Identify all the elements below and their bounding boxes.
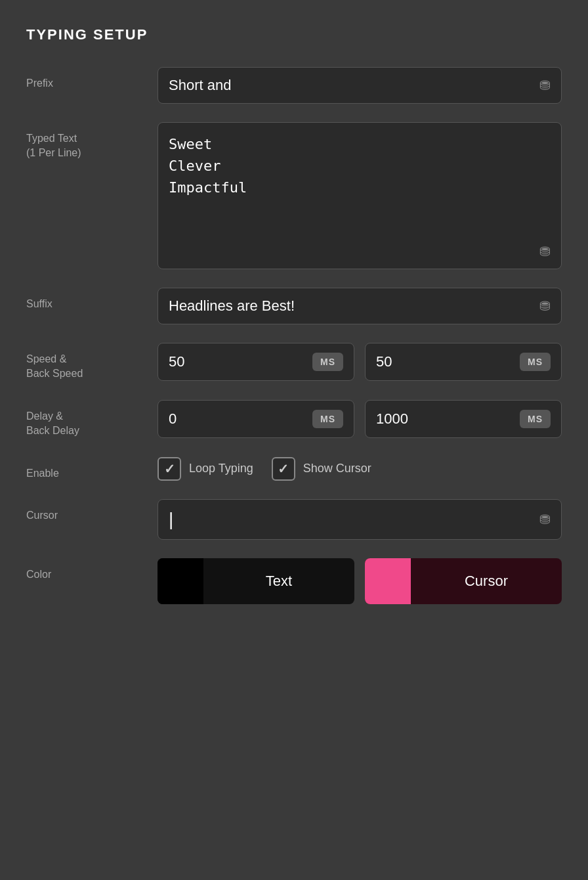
speed-row: Speed & Back Speed MS MS bbox=[26, 343, 562, 382]
show-cursor-label: Show Cursor bbox=[303, 462, 371, 475]
typed-text-wrapper[interactable]: Sweet Clever Impactful ⛃ bbox=[158, 122, 562, 269]
suffix-row: Suffix ⛃ bbox=[26, 288, 562, 324]
suffix-input-wrapper[interactable]: ⛃ bbox=[158, 288, 562, 324]
cursor-row: Cursor ⛃ bbox=[26, 499, 562, 540]
show-cursor-checkbox[interactable]: ✓ bbox=[272, 457, 295, 481]
prefix-label: Prefix bbox=[26, 67, 158, 91]
back-speed-input[interactable] bbox=[376, 353, 429, 370]
delay-inputs: MS MS bbox=[158, 400, 562, 438]
speed-label: Speed & Back Speed bbox=[26, 343, 158, 382]
cursor-scroll-icon: ⛃ bbox=[539, 512, 551, 527]
cursor-input-wrapper[interactable]: ⛃ bbox=[158, 499, 562, 540]
page-title: TYPING SETUP bbox=[26, 26, 562, 43]
suffix-control: ⛃ bbox=[158, 288, 562, 324]
speed-inputs: MS MS bbox=[158, 343, 562, 381]
cursor-control: ⛃ bbox=[158, 499, 562, 540]
speed-control: MS MS bbox=[158, 343, 562, 381]
back-delay-input[interactable] bbox=[376, 410, 429, 428]
suffix-input[interactable] bbox=[169, 297, 539, 315]
suffix-scroll-icon: ⛃ bbox=[539, 298, 551, 314]
suffix-label: Suffix bbox=[26, 288, 158, 311]
delay-input-wrapper[interactable]: MS bbox=[158, 400, 354, 438]
delay-ms-badge: MS bbox=[312, 410, 343, 428]
typed-text-input[interactable]: Sweet Clever Impactful bbox=[169, 133, 551, 238]
back-speed-ms-badge: MS bbox=[520, 353, 551, 371]
prefix-row: Prefix ⛃ bbox=[26, 67, 562, 104]
speed-input-wrapper[interactable]: MS bbox=[158, 343, 354, 381]
prefix-input[interactable] bbox=[169, 77, 539, 94]
cursor-color-label: Cursor bbox=[411, 573, 562, 590]
delay-control: MS MS bbox=[158, 400, 562, 438]
back-delay-input-wrapper[interactable]: MS bbox=[365, 400, 562, 438]
delay-label: Delay & Back Delay bbox=[26, 400, 158, 439]
show-cursor-checkmark: ✓ bbox=[278, 461, 289, 477]
speed-input[interactable] bbox=[169, 353, 221, 370]
enable-options: ✓ Loop Typing ✓ Show Cursor bbox=[158, 457, 562, 481]
delay-row: Delay & Back Delay MS MS bbox=[26, 400, 562, 439]
loop-typing-label: Loop Typing bbox=[189, 462, 253, 475]
color-label: Color bbox=[26, 558, 158, 582]
speed-ms-badge: MS bbox=[312, 353, 343, 371]
loop-typing-group: ✓ Loop Typing bbox=[158, 457, 253, 481]
back-delay-ms-badge: MS bbox=[520, 410, 551, 428]
cursor-label: Cursor bbox=[26, 499, 158, 523]
color-buttons: Text Cursor bbox=[158, 558, 562, 604]
typed-text-scroll-icon: ⛃ bbox=[539, 244, 551, 259]
typed-text-label: Typed Text (1 Per Line) bbox=[26, 122, 158, 161]
enable-row: Enable ✓ Loop Typing ✓ Show Cursor bbox=[26, 457, 562, 481]
color-control: Text Cursor bbox=[158, 558, 562, 604]
typed-text-control: Sweet Clever Impactful ⛃ bbox=[158, 122, 562, 269]
text-color-label: Text bbox=[203, 573, 354, 590]
text-color-button[interactable]: Text bbox=[158, 558, 354, 604]
color-row: Color Text Cursor bbox=[26, 558, 562, 604]
typed-text-row: Typed Text (1 Per Line) Sweet Clever Imp… bbox=[26, 122, 562, 269]
back-speed-input-wrapper[interactable]: MS bbox=[365, 343, 562, 381]
enable-control: ✓ Loop Typing ✓ Show Cursor bbox=[158, 457, 562, 481]
prefix-scroll-icon: ⛃ bbox=[539, 77, 551, 93]
loop-typing-checkbox[interactable]: ✓ bbox=[158, 457, 181, 481]
delay-input[interactable] bbox=[169, 410, 221, 428]
text-color-swatch bbox=[158, 558, 203, 604]
cursor-color-button[interactable]: Cursor bbox=[365, 558, 562, 604]
prefix-input-wrapper[interactable]: ⛃ bbox=[158, 67, 562, 104]
prefix-control: ⛃ bbox=[158, 67, 562, 104]
cursor-input[interactable] bbox=[169, 509, 539, 530]
show-cursor-group: ✓ Show Cursor bbox=[272, 457, 371, 481]
enable-label: Enable bbox=[26, 457, 158, 481]
cursor-color-swatch bbox=[365, 558, 411, 604]
loop-typing-checkmark: ✓ bbox=[164, 461, 175, 477]
